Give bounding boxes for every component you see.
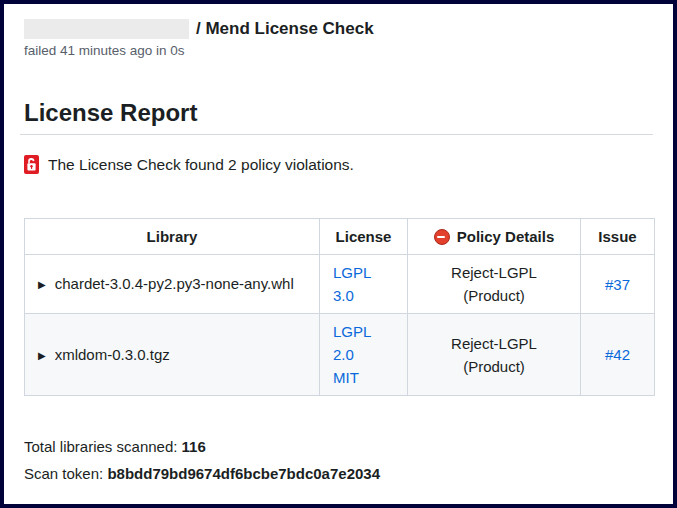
column-header-library: Library	[25, 219, 320, 255]
license-report-table: Library License Policy Details Issue ▶ch…	[24, 218, 655, 396]
scan-token-value: b8bdd79bd9674df6bcbe7bdc0a7e2034	[107, 465, 380, 482]
license-cell: LGPL 2.0MIT	[320, 314, 408, 396]
run-title: / Mend License Check	[196, 19, 374, 39]
scan-summary: Total libraries scanned: 116 Scan token:…	[20, 438, 653, 482]
library-name: xmldom-0.3.0.tgz	[55, 346, 170, 363]
table-header-row: Library License Policy Details Issue	[25, 219, 655, 255]
library-cell: ▶chardet-3.0.4-py2.py3-none-any.whl	[25, 255, 320, 314]
column-header-license: License	[320, 219, 408, 255]
no-entry-icon	[434, 229, 450, 245]
total-libraries-value: 116	[182, 438, 206, 455]
collapsed-triangle-icon[interactable]: ▶	[38, 273, 46, 296]
policy-details-cell: Reject-LGPL (Product)	[408, 255, 581, 314]
issue-cell: #42	[581, 314, 655, 396]
license-link[interactable]: LGPL 3.0	[333, 261, 394, 307]
issue-link[interactable]: #37	[605, 276, 630, 293]
column-header-issue: Issue	[581, 219, 655, 255]
scan-token-line: Scan token: b8bdd79bd9674df6bcbe7bdc0a7e…	[24, 465, 653, 482]
license-link[interactable]: MIT	[333, 366, 394, 389]
library-cell: ▶xmldom-0.3.0.tgz	[25, 314, 320, 396]
library-name: chardet-3.0.4-py2.py3-none-any.whl	[55, 275, 294, 292]
report-heading: License Report	[20, 99, 653, 135]
column-header-policy-details: Policy Details	[408, 219, 581, 255]
scan-token-label: Scan token:	[24, 465, 103, 482]
collapsed-triangle-icon[interactable]: ▶	[38, 344, 46, 367]
job-summary-page: / Mend License Check failed 41 minutes a…	[4, 4, 673, 482]
run-header: / Mend License Check failed 41 minutes a…	[20, 18, 653, 58]
violation-text: The License Check found 2 policy violati…	[48, 156, 354, 174]
run-title-line: / Mend License Check	[20, 18, 653, 40]
license-link[interactable]: LGPL 2.0	[333, 320, 394, 366]
redacted-workflow-name	[24, 19, 189, 39]
total-libraries-label: Total libraries scanned:	[24, 438, 177, 455]
issue-cell: #37	[581, 255, 655, 314]
total-libraries-line: Total libraries scanned: 116	[24, 438, 653, 455]
window-frame: / Mend License Check failed 41 minutes a…	[0, 0, 677, 508]
policy-details-cell: Reject-LGPL (Product)	[408, 314, 581, 396]
table-row: ▶xmldom-0.3.0.tgzLGPL 2.0MITReject-LGPL …	[25, 314, 655, 396]
license-cell: LGPL 3.0	[320, 255, 408, 314]
table-row: ▶chardet-3.0.4-py2.py3-none-any.whlLGPL …	[25, 255, 655, 314]
violation-summary: The License Check found 2 policy violati…	[20, 155, 653, 174]
run-status-text: failed 41 minutes ago in 0s	[20, 43, 653, 58]
open-lock-red-icon	[24, 155, 39, 174]
issue-link[interactable]: #42	[605, 346, 630, 363]
